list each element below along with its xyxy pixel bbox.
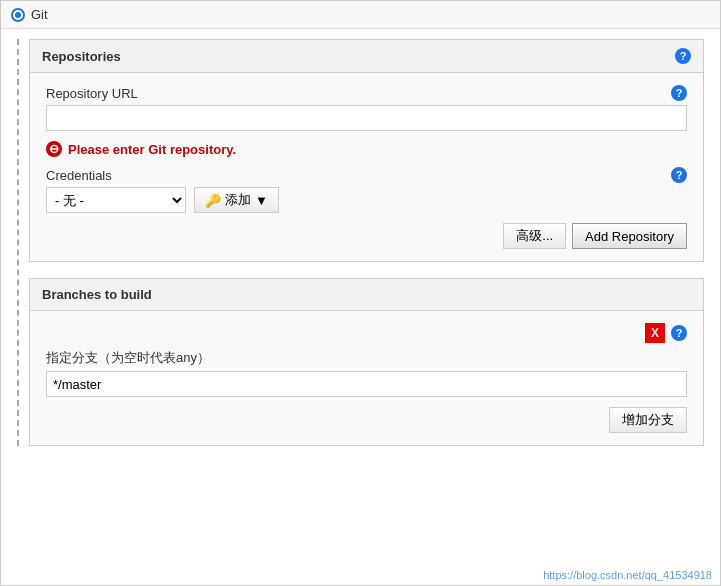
branch-help-icon[interactable]: ? [671,325,687,341]
radio-button[interactable] [11,8,25,22]
watermark: https://blog.csdn.net/qq_41534918 [543,569,712,581]
error-icon: ⊖ [46,141,62,157]
repositories-section-body: Repository URL ? ⊖ Please enter Git repo… [30,73,703,261]
action-buttons-row: 高级... Add Repository [46,223,687,249]
credentials-help-icon[interactable]: ? [671,167,687,183]
section-wrapper: Repositories ? Repository URL ? ⊖ [17,39,704,446]
repositories-section-header: Repositories ? [30,40,703,73]
credentials-select[interactable]: - 无 - [46,187,186,213]
repositories-help-icon[interactable]: ? [675,48,691,64]
repo-url-label-row: Repository URL ? [46,85,687,101]
error-text: Please enter Git repository. [68,142,236,157]
branch-input[interactable] [46,371,687,397]
repo-url-label: Repository URL [46,86,138,101]
branches-section: Branches to build X ? 指定分支（为空时代表any） [29,278,704,446]
add-branch-buttons-row: 增加分支 [46,407,687,433]
credentials-field-row: Credentials ? - 无 - 🔑 添加 ▼ [46,167,687,213]
branch-label-row: 指定分支（为空时代表any） [46,349,687,367]
branch-label: 指定分支（为空时代表any） [46,349,210,367]
page-container: Git Repositories ? Repository URL ? [0,0,721,586]
credentials-label-row: Credentials ? [46,167,687,183]
repo-url-field-row: Repository URL ? [46,85,687,131]
tab-header: Git [1,1,720,29]
repo-url-error: ⊖ Please enter Git repository. [46,141,687,157]
delete-branch-button[interactable]: X [645,323,665,343]
add-repository-button[interactable]: Add Repository [572,223,687,249]
add-credentials-dropdown-icon: ▼ [255,193,268,208]
add-branch-button[interactable]: 增加分支 [609,407,687,433]
repo-url-help-icon[interactable]: ? [671,85,687,101]
branches-section-title: Branches to build [42,287,152,302]
main-content: Repositories ? Repository URL ? ⊖ [1,29,720,581]
credentials-label: Credentials [46,168,112,183]
tab-title: Git [31,7,48,22]
add-credentials-label: 添加 [225,191,251,209]
branches-section-header: Branches to build [30,279,703,311]
repositories-section: Repositories ? Repository URL ? ⊖ [29,39,704,262]
add-credentials-icon: 🔑 [205,193,221,208]
branch-header-row: X ? [46,323,687,343]
branches-section-body: X ? 指定分支（为空时代表any） 增加分支 [30,311,703,445]
repositories-section-title: Repositories [42,49,121,64]
branch-field-row: 指定分支（为空时代表any） [46,349,687,397]
credentials-row: - 无 - 🔑 添加 ▼ [46,187,687,213]
add-credentials-button[interactable]: 🔑 添加 ▼ [194,187,279,213]
advanced-button[interactable]: 高级... [503,223,566,249]
repo-url-input[interactable] [46,105,687,131]
